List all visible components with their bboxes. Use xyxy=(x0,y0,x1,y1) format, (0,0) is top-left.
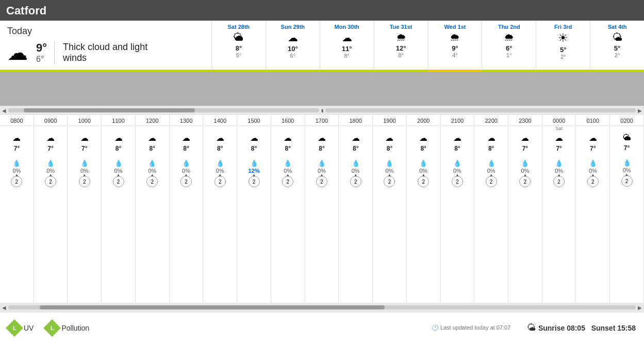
scroll-left-arrow[interactable]: ◀ xyxy=(2,108,6,113)
hourly-weather-icon: ☁ xyxy=(182,131,190,145)
hourly-time: 1700 xyxy=(306,116,338,126)
wind-arrow: ▲ xyxy=(286,173,290,177)
hourly-col-1600: 1600 x ☁ 8° 💧 0% ▲ 2 xyxy=(271,115,305,312)
wind-speed: 2 xyxy=(185,179,188,185)
hourly-weather-icon: ☁ xyxy=(284,131,292,145)
hourly-precip-icon: 💧 xyxy=(284,159,292,167)
hourly-time: 1900 xyxy=(373,116,406,126)
forecast-high: 6° xyxy=(506,44,512,52)
forecast-high: 10° xyxy=(288,45,298,53)
wind-arrow: ▲ xyxy=(150,173,154,177)
scroll-right-arrow[interactable]: ▶ xyxy=(638,108,642,113)
forecast-day-name: Mon 30th xyxy=(335,24,359,30)
forecast-day-wed1[interactable]: Wed 1st 🌧 9° 4° xyxy=(428,21,482,72)
wind-arrow: ▲ xyxy=(117,173,121,177)
forecast-day-mon30[interactable]: Mon 30th ☁ 11° 8° xyxy=(320,21,374,72)
wind-arrow: ▲ xyxy=(14,173,19,177)
forecast-day-icon: 🌧 xyxy=(504,31,514,43)
scroll-track-bottom[interactable] xyxy=(8,305,636,309)
hourly-col-1500: 1500 x ☁ 8° 💧 12% ▲ 2 xyxy=(237,115,271,312)
wind-circle: ▲ 2 xyxy=(113,176,124,187)
forecast-day-icon: ☁ xyxy=(342,31,352,44)
forecast-day-icon: 🌧 xyxy=(396,31,406,43)
forecast-day-thu2[interactable]: Thu 2nd 🌧 6° 1° xyxy=(482,21,536,72)
city-title: Catford xyxy=(6,4,46,17)
forecast-high: 5° xyxy=(560,46,566,54)
hourly-precip-icon: 💧 xyxy=(182,159,190,167)
top-scrollbar[interactable]: ◀ ▮ ▶ xyxy=(0,106,644,115)
hourly-temp: 7° xyxy=(624,144,630,152)
hourly-wind: ▲ 2 xyxy=(249,176,260,187)
hourly-precip-icon: 💧 xyxy=(114,159,123,167)
wind-arrow: ▲ xyxy=(354,173,358,177)
hourly-col-1200: 1200 x ☁ 8° 💧 0% ▲ 2 xyxy=(136,115,170,312)
scroll-bottom-left-arrow[interactable]: ◀ xyxy=(2,305,6,311)
hourly-weather-icon: ☁ xyxy=(352,131,360,145)
forecast-high: 12° xyxy=(396,44,406,52)
forecast-day-sat28[interactable]: Sat 28th 🌥 8° 5° xyxy=(211,21,266,72)
hourly-wind: ▲ 2 xyxy=(621,175,633,187)
hourly-precip-icon: 💧 xyxy=(419,159,427,167)
hourly-col-0000: 0000 Sat ☁ 7° 💧 0% ▲ 2 xyxy=(542,115,576,312)
scroll-track-top[interactable] xyxy=(8,108,319,112)
hourly-precip-icon: 💧 xyxy=(555,159,563,167)
hourly-weather-icon: ☁ xyxy=(385,131,393,145)
hourly-time: 2000 xyxy=(407,116,440,126)
uv-label: UV xyxy=(24,324,34,332)
scroll-track-top-right xyxy=(325,108,636,112)
forecast-low: 1° xyxy=(506,52,512,58)
hourly-col-0900: 0900 x ☁ 7° 💧 0% ▲ 2 xyxy=(34,115,68,312)
hourly-weather-icon: ☁ xyxy=(46,131,55,145)
bottom-scrollbar[interactable]: ◀ ▶ xyxy=(0,303,644,312)
last-updated: 🕐 Last updated today at 07:07 xyxy=(432,324,510,331)
wind-arrow: ▲ xyxy=(252,173,256,177)
hourly-wind: ▲ 2 xyxy=(11,176,22,187)
hourly-time: 1800 xyxy=(339,116,372,126)
scroll-thumb-top xyxy=(24,108,194,112)
hourly-precip-icon: 💧 xyxy=(12,159,21,167)
hourly-grid: 0800 x ☁ 7° 💧 0% ▲ 2 0900 x ☁ 7° 💧 xyxy=(0,115,644,312)
wind-speed: 2 xyxy=(253,179,256,185)
hourly-time: 0200 xyxy=(610,116,643,126)
hourly-temp: 7° xyxy=(14,145,20,152)
wind-speed: 2 xyxy=(354,179,357,185)
hourly-wind: ▲ 2 xyxy=(282,176,293,187)
wind-circle: ▲ 2 xyxy=(79,176,90,187)
hourly-time: 1100 xyxy=(102,116,135,126)
forecast-low: 4° xyxy=(452,52,458,58)
forecast-day-tue31[interactable]: Tue 31st 🌧 12° 8° xyxy=(374,21,428,72)
hourly-weather-icon: 🌥 xyxy=(623,131,631,144)
hourly-wind: ▲ 2 xyxy=(587,176,599,187)
hourly-temp: 8° xyxy=(115,145,121,152)
hourly-weather-icon: ☁ xyxy=(80,131,89,145)
forecast-day-fri3[interactable]: Fri 3rd ☀ 5° 2° xyxy=(536,21,590,72)
hourly-precip-icon: 💧 xyxy=(318,159,326,167)
wind-arrow: ▲ xyxy=(387,173,391,177)
forecast-day-sun29[interactable]: Sun 29th ☁ 10° 6° xyxy=(266,21,320,72)
scroll-bottom-right-arrow[interactable]: ▶ xyxy=(638,305,642,311)
today-temp-low: 6° xyxy=(36,55,47,64)
wind-arrow: ▲ xyxy=(82,173,87,177)
hourly-col-2200: 2200 x ☁ 8° 💧 0% ▲ 2 xyxy=(474,115,508,312)
hourly-weather-icon: ☁ xyxy=(250,131,258,145)
wind-speed: 2 xyxy=(219,179,222,185)
wind-arrow: ▲ xyxy=(320,173,324,177)
today-content: ☁ 9° 6° Thick cloud and light winds xyxy=(7,41,204,64)
hourly-weather-icon: ☁ xyxy=(453,131,461,145)
forecast-day-name: Fri 3rd xyxy=(554,24,572,30)
hourly-time: 1400 xyxy=(204,116,236,126)
forecast-low: 8° xyxy=(344,53,350,59)
hourly-precip-icon: 💧 xyxy=(521,159,529,167)
page-header: Catford xyxy=(0,0,644,22)
forecast-day-sat4[interactable]: Sat 4th 🌤 5° 2° xyxy=(590,21,644,72)
hourly-temp: 7° xyxy=(522,145,528,152)
uv-diamond: L xyxy=(6,319,23,337)
wind-circle: ▲ 2 xyxy=(214,176,226,187)
hourly-weather-icon: ☁ xyxy=(216,131,224,145)
hourly-time: 0000 xyxy=(543,116,575,126)
forecast-low: 2° xyxy=(560,54,566,60)
hourly-wind: ▲ 2 xyxy=(79,176,90,187)
wind-arrow: ▲ xyxy=(48,173,53,177)
wind-circle: ▲ 2 xyxy=(146,176,158,187)
wind-circle: ▲ 2 xyxy=(45,176,56,187)
